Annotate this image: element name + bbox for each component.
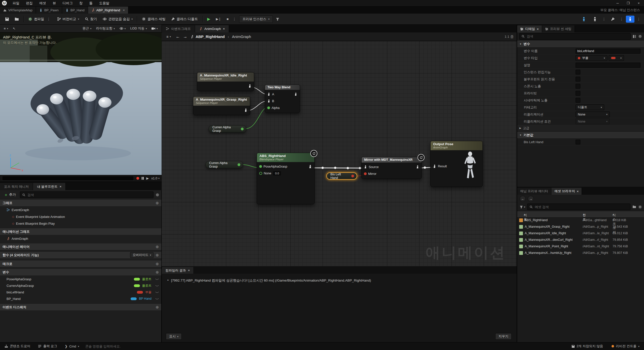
asset-search[interactable]	[527, 204, 630, 210]
expose-cinematics-checkbox[interactable]	[576, 98, 580, 103]
item-eventgraph[interactable]: EventGraph	[0, 207, 161, 213]
graph-menu-button[interactable]: ≡▾	[165, 33, 173, 40]
pose-input-pin[interactable]	[433, 165, 436, 168]
tab-pose-watch-manager[interactable]: 포즈 워치 매니저	[0, 183, 33, 190]
breadcrumb-current[interactable]: AnimGraph	[232, 34, 251, 39]
close-button[interactable]: ×	[633, 0, 644, 7]
section-graphs[interactable]: 그래프 ⊕	[0, 199, 161, 207]
instance-editable-checkbox[interactable]	[576, 70, 580, 74]
gear-icon[interactable]	[638, 34, 642, 38]
bool-type-pill[interactable]	[137, 291, 143, 294]
node-var-bis-left-hand[interactable]: Bis Left Hand	[326, 172, 357, 180]
asset-row-grasp-right[interactable]: A_MannequinsXR_Grasp_Right/All/Gam...p_R…	[517, 224, 644, 230]
columns-icon[interactable]	[633, 35, 636, 38]
stop-button[interactable]: ■	[224, 15, 231, 23]
pose-output-pin[interactable]	[309, 165, 312, 168]
menu-asset[interactable]: 에셋	[36, 0, 49, 7]
section-animation-graphs[interactable]: 애니메이션 그래프	[0, 228, 161, 235]
node-mirror[interactable]: Mirror with MDT_MannequinsXR Source Mirr…	[361, 157, 422, 179]
node-var-curren-alpha-grasp-2[interactable]: Curren Alpha Grasp	[205, 161, 243, 168]
eye-closed-icon[interactable]	[155, 278, 159, 280]
readonly-checkbox[interactable]	[576, 77, 580, 82]
pin-default-value[interactable]: 0.0	[273, 171, 281, 175]
diff-button[interactable]: 버전비교 ▾	[55, 15, 82, 23]
node-output-pose[interactable]: Output Pose AnimGraph Result	[430, 141, 483, 187]
bool-input-pin[interactable]	[364, 172, 367, 175]
compile-options-icon[interactable]: ⋮	[46, 17, 52, 21]
folder-icon[interactable]	[632, 205, 636, 208]
close-tab-icon[interactable]: ×	[577, 189, 579, 193]
add-button[interactable]: ＋ 추가	[2, 192, 18, 198]
category-dropdown[interactable]: 디폴트 ▾	[576, 104, 604, 110]
timeline-scrubber[interactable]	[2, 176, 134, 181]
tab-abp-righthand[interactable]: ABP_RightHand ×	[88, 7, 128, 14]
variable-bislefthand[interactable]: bisLeftHand 부울	[0, 289, 161, 295]
pose-input-pin[interactable]	[364, 165, 367, 169]
record-icon[interactable]	[136, 177, 139, 180]
add-function-icon[interactable]: ⊕	[156, 253, 159, 257]
tab-vrtemplatemap[interactable]: VRTemplateMap	[0, 7, 36, 14]
content-drawer-button[interactable]: 콘텐츠 드로어	[3, 343, 32, 349]
hide-unrelated-button[interactable]: 관련없음 숨김 ▾	[100, 15, 135, 23]
node-sequence-idle[interactable]: A_MannequinsXR_Idle_Right Sequence Playe…	[197, 72, 254, 91]
object-type-pill[interactable]	[131, 297, 137, 300]
unreal-logo-icon[interactable]: U	[2, 1, 7, 6]
menu-window[interactable]: 창	[76, 0, 86, 7]
variable-bp-hand[interactable]: BP_Hand BP Hand	[0, 295, 161, 302]
pose-output-pin[interactable]	[416, 165, 419, 169]
default-value-checkbox[interactable]	[576, 140, 580, 144]
section-event-dispatchers[interactable]: 이벤트 디스패처 ⊕	[0, 303, 161, 311]
container-type-dropdown[interactable]: ▾	[609, 55, 624, 61]
eye-closed-icon[interactable]	[155, 285, 159, 287]
my-blueprint-search[interactable]	[20, 191, 154, 198]
search-input[interactable]	[534, 205, 628, 209]
browse-button[interactable]	[12, 15, 21, 23]
float-input-pin-unconnected[interactable]	[259, 172, 262, 175]
variable-currenalphagrasp[interactable]: CurrenAlphaGrasp 플로트	[0, 282, 161, 289]
asset-row-indexcurl-right[interactable]: A_MannequinsXR...dexCurl_Right/All/Gam..…	[517, 237, 644, 244]
class-settings-button[interactable]: 클래스 세팅	[139, 15, 168, 23]
forward-button[interactable]: →	[183, 34, 187, 39]
show-filter-dropdown[interactable]: 표시 ▾	[166, 333, 182, 340]
preview-controller-button[interactable]	[626, 16, 634, 23]
back-button[interactable]: ←	[176, 34, 180, 39]
node-sequence-grasp[interactable]: A_MannequinsXR_Grasp_Right Sequence Play…	[193, 96, 250, 115]
sync-group-icon[interactable]	[310, 150, 317, 157]
tab-bp-pawn[interactable]: BP_Pawn	[36, 7, 62, 14]
menu-tools[interactable]: 툴	[86, 0, 96, 7]
close-tab-icon[interactable]: ×	[223, 27, 225, 31]
playback-speed-dropdown[interactable]: x1.0 ▾	[151, 177, 160, 180]
pose-input-pin[interactable]	[267, 93, 271, 96]
pose-output-pin[interactable]	[244, 108, 248, 112]
play-options-icon[interactable]: ⋮	[232, 17, 237, 21]
compiler-message-row[interactable]: • [7992.77] ABP_RightHand 컴파일에 성공했습니다! […	[162, 274, 517, 287]
search-input[interactable]	[27, 193, 151, 197]
lod-dropdown[interactable]: LOD 자동▾	[129, 25, 149, 32]
float-input-pin[interactable]	[267, 106, 270, 109]
forward-button[interactable]: →	[528, 196, 534, 202]
add-layer-icon[interactable]: ⊕	[156, 245, 159, 249]
item-animgraph[interactable]: AnimGraph	[0, 235, 161, 242]
tab-animgraph[interactable]: AnimGraph ×	[195, 25, 229, 32]
sync-group-icon[interactable]	[418, 154, 425, 161]
tab-bp-hand[interactable]: BP_Hand	[62, 7, 88, 14]
node-two-way-blend[interactable]: Two Way Blend A B Alpha	[265, 85, 300, 113]
close-tab-icon[interactable]: ×	[60, 185, 62, 188]
filter-dropdown[interactable]: ▾	[520, 205, 525, 209]
debug-mesh-button[interactable]	[590, 15, 600, 23]
tab-asset-browser[interactable]: 에셋 브라우저 ×	[551, 188, 582, 195]
node-blendspace-player[interactable]: ABS_RightHand Blendspace Player PoseAlph…	[257, 153, 315, 204]
camera-speed-dropdown[interactable]: ▾	[150, 25, 160, 32]
eye-closed-icon[interactable]	[155, 298, 159, 300]
close-tab-icon[interactable]: ×	[188, 268, 190, 272]
menu-debug[interactable]: 디버그	[59, 0, 76, 7]
add-dispatcher-icon[interactable]: ⊕	[156, 305, 159, 309]
add-macro-icon[interactable]: ⊕	[156, 262, 159, 266]
expose-spawn-checkbox[interactable]	[576, 84, 580, 89]
back-button[interactable]: ←	[520, 196, 526, 202]
preview-mesh-button[interactable]	[579, 15, 589, 23]
variable-name-input[interactable]	[576, 49, 640, 54]
class-defaults-button[interactable]: 클래스 디폴트	[169, 15, 201, 23]
search-input[interactable]	[526, 34, 628, 38]
debug-filter-button[interactable]	[273, 15, 282, 23]
